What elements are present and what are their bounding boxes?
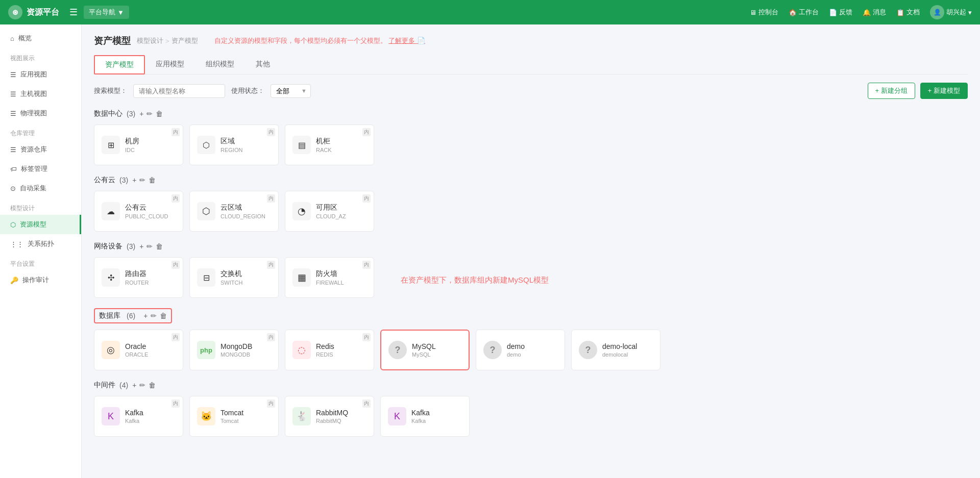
model-card-redis[interactable]: ◌ Redis REDIS 内 [285,330,374,370]
new-model-button[interactable]: + 新建模型 [920,83,968,99]
physical-view-icon: ☰ [10,110,16,117]
search-label: 搜索模型： [94,86,127,95]
page-title: 资产模型 [94,35,131,47]
mysql-name: MySQL [412,342,461,350]
group-delete-database[interactable]: 🗑 [160,312,167,320]
rabbitmq-icon: 🐇 [292,407,311,425]
tabs-bar: 资产模型 应用模型 组织模型 其他 [94,55,968,74]
tab-asset-model[interactable]: 资产模型 [94,55,145,74]
demo-local-name: demo-local [602,342,653,350]
user-profile[interactable]: 👤 胡兴起 ▾ [930,5,972,19]
rack-name: 机柜 [316,137,366,146]
group-actions-datacenter: + ✏ 🗑 [139,110,163,118]
demo-local-icon: ? [579,341,597,359]
sidebar-item-auto-collect[interactable]: ⊙ 自动采集 [0,179,81,198]
sidebar-label-app-view: 应用视图 [20,70,47,79]
model-card-cloud-region[interactable]: ⬡ 云区域 CLOUD_REGION 内 [189,191,279,232]
group-edit-middleware[interactable]: ✏ [139,381,145,389]
model-card-oracle[interactable]: ◎ Oracle ORACLE 内 [94,330,183,370]
group-header-network: 网络设备 (3) + ✏ 🗑 [94,242,968,251]
rabbitmq-lock-badge: 内 [362,399,371,408]
group-edit-public-cloud[interactable]: ✏ [139,176,145,184]
model-card-rabbitmq[interactable]: 🐇 RabbitMQ RabbitMQ 内 [285,396,374,437]
platform-nav[interactable]: 平台导航 ▼ [84,6,129,19]
nav-feedback[interactable]: 📄 反馈 [829,8,852,17]
oracle-lock-badge: 内 [172,333,180,341]
tomcat-lock-badge: 内 [267,399,275,408]
model-card-router[interactable]: ✣ 路由器 ROUTER 内 [94,257,183,298]
group-edit-database[interactable]: ✏ [151,312,157,320]
idc-code: IDC [125,147,176,153]
model-card-tomcat[interactable]: 🐱 Tomcat Tomcat 内 [189,396,279,437]
model-card-switch[interactable]: ⊟ 交换机 SWITCH 内 [189,257,279,298]
group-name-datacenter: 数据中心 [94,109,122,118]
model-card-kafka2[interactable]: K Kafka Kafka [380,396,470,437]
cloud-az-name: 可用区 [316,203,366,212]
breadcrumb-sep: > [165,37,169,45]
sidebar-item-physical-view[interactable]: ☰ 物理视图 [0,104,81,123]
sidebar-label-tag-management: 标签管理 [21,164,47,173]
model-card-public-cloud[interactable]: ☁ 公有云 PUBLIC_CLOUD 内 [94,191,183,232]
region-code: REGION [220,147,271,153]
group-delete-datacenter[interactable]: 🗑 [156,110,163,118]
sidebar-item-relation-topology[interactable]: ⋮⋮ 关系拓扑 [0,234,81,254]
status-select[interactable]: 全部 使用中 未使用 [271,84,311,98]
group-delete-network[interactable]: 🗑 [156,242,163,250]
group-name-public-cloud: 公有云 [94,175,115,185]
sidebar-item-resource-warehouse[interactable]: ☰ 资源仓库 [0,140,81,159]
sidebar-item-audit[interactable]: 🔑 操作审计 [0,270,81,290]
nav-docs[interactable]: 📋 文档 [896,8,920,17]
tab-app-model[interactable]: 应用模型 [145,55,195,74]
firewall-lock-badge: 内 [362,261,371,269]
group-add-public-cloud[interactable]: + [132,176,136,184]
model-card-rack[interactable]: ▤ 机柜 RACK 内 [285,124,374,165]
oracle-name: Oracle [125,342,176,350]
new-group-button[interactable]: + 新建分组 [868,83,915,99]
menu-button[interactable]: ☰ [69,7,78,18]
search-input[interactable] [133,84,225,98]
cloud-region-icon: ⬡ [197,202,215,220]
group-delete-public-cloud[interactable]: 🗑 [149,176,156,184]
group-actions-public-cloud: + ✏ 🗑 [132,176,156,184]
nav-left: ⊛ 资源平台 ☰ 平台导航 ▼ [8,5,129,19]
nav-message[interactable]: 🔔 消息 [863,8,886,17]
tag-icon: 🏷 [10,165,17,173]
group-edit-datacenter[interactable]: ✏ [146,110,153,118]
group-delete-middleware[interactable]: 🗑 [149,381,156,389]
sidebar-item-host-view[interactable]: ☰ 主机视图 [0,84,81,104]
model-card-mongodb[interactable]: php MongoDB MONGODB 内 [189,330,279,370]
model-card-demo[interactable]: ? demo demo [476,330,565,370]
page-header: 资产模型 模型设计 > 资产模型 自定义资源的模型和字段，每个模型均必须有一个父… [94,35,968,47]
group-header-public-cloud: 公有云 (3) + ✏ 🗑 [94,175,968,185]
redis-icon: ◌ [292,341,311,359]
group-add-middleware[interactable]: + [132,381,136,389]
model-card-idc[interactable]: ⊞ 机房 IDC 内 [94,124,183,165]
group-edit-network[interactable]: ✏ [146,242,153,250]
region-lock-badge: 内 [267,128,275,136]
sidebar-item-tag-management[interactable]: 🏷 标签管理 [0,159,81,179]
sidebar-item-app-view[interactable]: ☰ 应用视图 [0,65,81,84]
learn-more-link[interactable]: 了解更多 📄 [388,37,425,44]
model-card-cloud-az[interactable]: ◔ 可用区 CLOUD_AZ 内 [285,191,374,232]
group-add-datacenter[interactable]: + [139,110,143,118]
nav-control-panel[interactable]: 🖥 控制台 [750,8,778,17]
model-card-demo-local[interactable]: ? demo-local demolocal [571,330,660,370]
rack-lock-badge: 内 [362,128,371,136]
group-add-network[interactable]: + [139,242,143,250]
sidebar-item-resource-model[interactable]: ⬡ 资源模型 [0,215,81,234]
firewall-icon: ▦ [292,268,311,287]
tab-org-model[interactable]: 组织模型 [195,55,245,74]
resource-model-icon: ⬡ [10,221,16,229]
nav-right: 🖥 控制台 🏠 工作台 📄 反馈 🔔 消息 📋 文档 👤 胡兴起 ▾ [750,5,972,19]
model-card-kafka[interactable]: K Kafka Kafka 内 [94,396,183,437]
sidebar-item-overview[interactable]: ⌂ 概览 [0,29,81,48]
group-header-datacenter: 数据中心 (3) + ✏ 🗑 [94,109,968,118]
model-card-firewall[interactable]: ▦ 防火墙 FIREWALL 内 [285,257,374,298]
logo-area[interactable]: ⊛ 资源平台 [8,5,59,19]
model-card-region[interactable]: ⬡ 区域 REGION 内 [189,124,279,165]
group-add-database[interactable]: + [143,312,148,320]
model-card-mysql[interactable]: ? MySQL MySQL [380,330,470,370]
breadcrumb-hint: 自定义资源的模型和字段，每个模型均必须有一个父模型。 了解更多 📄 [214,36,425,45]
tab-other[interactable]: 其他 [245,55,281,74]
nav-workbench[interactable]: 🏠 工作台 [789,8,819,17]
